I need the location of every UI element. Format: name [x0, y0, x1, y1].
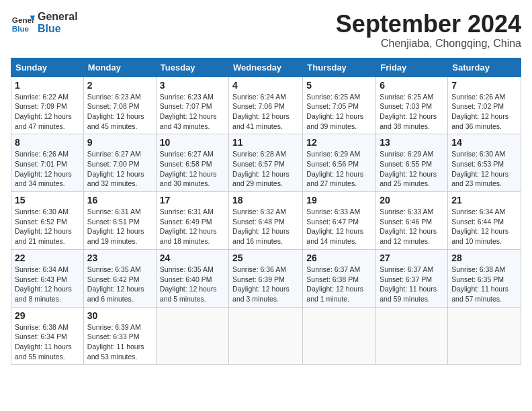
day-number: 4 [232, 80, 299, 91]
day-detail: Sunrise: 6:25 AMSunset: 7:05 PMDaylight:… [306, 93, 363, 130]
day-number: 5 [306, 80, 372, 91]
calendar-day-cell: 23 Sunrise: 6:35 AMSunset: 6:42 PMDaylig… [83, 249, 156, 307]
day-detail: Sunrise: 6:34 AMSunset: 6:44 PMDaylight:… [451, 208, 508, 245]
day-number: 16 [87, 195, 152, 205]
calendar-day-cell: 30 Sunrise: 6:39 AMSunset: 6:33 PMDaylig… [83, 307, 156, 365]
day-number: 24 [160, 253, 225, 263]
calendar-week-row: 22 Sunrise: 6:34 AMSunset: 6:43 PMDaylig… [11, 249, 521, 307]
day-number: 27 [380, 253, 444, 263]
day-detail: Sunrise: 6:29 AMSunset: 6:56 PMDaylight:… [306, 150, 363, 187]
calendar-day-cell: 3 Sunrise: 6:23 AMSunset: 7:07 PMDayligh… [156, 77, 228, 134]
day-detail: Sunrise: 6:39 AMSunset: 6:33 PMDaylight:… [87, 323, 144, 361]
subtitle: Chenjiaba, Chongqing, China [336, 38, 521, 50]
day-number: 9 [87, 137, 152, 148]
day-detail: Sunrise: 6:36 AMSunset: 6:39 PMDaylight:… [232, 265, 290, 303]
day-number: 19 [306, 195, 372, 205]
day-detail: Sunrise: 6:32 AMSunset: 6:48 PMDaylight:… [232, 208, 290, 245]
calendar-day-cell: 22 Sunrise: 6:34 AMSunset: 6:43 PMDaylig… [11, 249, 84, 307]
calendar-day-cell: 9 Sunrise: 6:27 AMSunset: 7:00 PMDayligh… [83, 134, 156, 192]
day-detail: Sunrise: 6:23 AMSunset: 7:08 PMDaylight:… [87, 93, 144, 130]
day-number: 26 [306, 253, 372, 263]
logo-line1: General [38, 11, 78, 23]
day-number: 15 [15, 195, 80, 205]
day-number: 3 [160, 80, 225, 91]
calendar-day-cell: 11 Sunrise: 6:28 AMSunset: 6:57 PMDaylig… [229, 134, 303, 192]
day-number: 21 [451, 195, 517, 205]
day-detail: Sunrise: 6:37 AMSunset: 6:37 PMDaylight:… [380, 265, 437, 303]
logo-line2: Blue [38, 23, 78, 35]
calendar-day-cell: 21 Sunrise: 6:34 AMSunset: 6:44 PMDaylig… [448, 192, 521, 250]
calendar-week-row: 8 Sunrise: 6:26 AMSunset: 7:01 PMDayligh… [11, 134, 521, 192]
calendar-day-cell: 12 Sunrise: 6:29 AMSunset: 6:56 PMDaylig… [303, 134, 376, 192]
day-detail: Sunrise: 6:29 AMSunset: 6:55 PMDaylight:… [380, 150, 437, 187]
day-number: 13 [380, 137, 444, 148]
calendar-body: 1 Sunrise: 6:22 AMSunset: 7:09 PMDayligh… [11, 77, 521, 365]
calendar-day-cell: 18 Sunrise: 6:32 AMSunset: 6:48 PMDaylig… [229, 192, 303, 250]
calendar-day-cell: 16 Sunrise: 6:31 AMSunset: 6:51 PMDaylig… [83, 192, 156, 250]
day-detail: Sunrise: 6:35 AMSunset: 6:40 PMDaylight:… [160, 265, 217, 303]
calendar-day-cell: 13 Sunrise: 6:29 AMSunset: 6:55 PMDaylig… [376, 134, 448, 192]
day-number: 1 [15, 80, 80, 91]
month-title: September 2024 [336, 11, 521, 38]
calendar-header-cell: Tuesday [156, 58, 228, 77]
calendar-day-cell: 28 Sunrise: 6:38 AMSunset: 6:35 PMDaylig… [448, 249, 521, 307]
calendar-header-cell: Saturday [448, 58, 521, 77]
calendar-day-cell: 4 Sunrise: 6:24 AMSunset: 7:06 PMDayligh… [229, 77, 303, 134]
calendar-header-row: SundayMondayTuesdayWednesdayThursdayFrid… [11, 58, 521, 77]
calendar-header-cell: Sunday [11, 58, 84, 77]
calendar-day-cell: 27 Sunrise: 6:37 AMSunset: 6:37 PMDaylig… [376, 249, 448, 307]
calendar-day-cell: 6 Sunrise: 6:25 AMSunset: 7:03 PMDayligh… [376, 77, 448, 134]
day-number: 8 [15, 137, 80, 148]
day-number: 17 [160, 195, 225, 205]
calendar-day-cell: 15 Sunrise: 6:30 AMSunset: 6:52 PMDaylig… [11, 192, 84, 250]
header: General Blue General Blue September 2024… [11, 11, 521, 50]
day-detail: Sunrise: 6:35 AMSunset: 6:42 PMDaylight:… [87, 265, 144, 303]
calendar-day-cell: 17 Sunrise: 6:31 AMSunset: 6:49 PMDaylig… [156, 192, 228, 250]
day-detail: Sunrise: 6:31 AMSunset: 6:51 PMDaylight:… [87, 208, 144, 245]
calendar-day-cell: 2 Sunrise: 6:23 AMSunset: 7:08 PMDayligh… [83, 77, 156, 134]
day-number: 25 [232, 253, 299, 263]
day-number: 28 [451, 253, 517, 263]
calendar-header-cell: Thursday [303, 58, 376, 77]
day-number: 14 [451, 137, 517, 148]
day-detail: Sunrise: 6:33 AMSunset: 6:47 PMDaylight:… [306, 208, 363, 245]
day-detail: Sunrise: 6:38 AMSunset: 6:34 PMDaylight:… [15, 323, 72, 361]
day-detail: Sunrise: 6:34 AMSunset: 6:43 PMDaylight:… [15, 265, 72, 303]
calendar-table: SundayMondayTuesdayWednesdayThursdayFrid… [11, 58, 521, 365]
calendar-day-cell: 26 Sunrise: 6:37 AMSunset: 6:38 PMDaylig… [303, 249, 376, 307]
calendar-day-cell [448, 307, 521, 365]
title-area: September 2024 Chenjiaba, Chongqing, Chi… [336, 11, 521, 50]
calendar-day-cell: 19 Sunrise: 6:33 AMSunset: 6:47 PMDaylig… [303, 192, 376, 250]
day-detail: Sunrise: 6:30 AMSunset: 6:53 PMDaylight:… [451, 150, 508, 187]
day-detail: Sunrise: 6:31 AMSunset: 6:49 PMDaylight:… [160, 208, 217, 245]
calendar-day-cell: 14 Sunrise: 6:30 AMSunset: 6:53 PMDaylig… [448, 134, 521, 192]
day-number: 23 [87, 253, 152, 263]
day-number: 10 [160, 137, 225, 148]
calendar-day-cell [156, 307, 228, 365]
day-detail: Sunrise: 6:26 AMSunset: 7:01 PMDaylight:… [15, 150, 72, 187]
day-detail: Sunrise: 6:27 AMSunset: 6:58 PMDaylight:… [160, 150, 217, 187]
calendar-week-row: 29 Sunrise: 6:38 AMSunset: 6:34 PMDaylig… [11, 307, 521, 365]
day-number: 2 [87, 80, 152, 91]
day-number: 18 [232, 195, 299, 205]
calendar-day-cell: 8 Sunrise: 6:26 AMSunset: 7:01 PMDayligh… [11, 134, 84, 192]
day-number: 11 [232, 137, 299, 148]
day-detail: Sunrise: 6:38 AMSunset: 6:35 PMDaylight:… [451, 265, 508, 303]
calendar-header-cell: Wednesday [229, 58, 303, 77]
day-number: 12 [306, 137, 372, 148]
day-detail: Sunrise: 6:30 AMSunset: 6:52 PMDaylight:… [15, 208, 72, 245]
calendar-day-cell: 20 Sunrise: 6:33 AMSunset: 6:46 PMDaylig… [376, 192, 448, 250]
day-number: 29 [15, 310, 80, 321]
calendar-header-cell: Friday [376, 58, 448, 77]
day-detail: Sunrise: 6:23 AMSunset: 7:07 PMDaylight:… [160, 93, 217, 130]
day-detail: Sunrise: 6:27 AMSunset: 7:00 PMDaylight:… [87, 150, 144, 187]
calendar-day-cell: 25 Sunrise: 6:36 AMSunset: 6:39 PMDaylig… [229, 249, 303, 307]
calendar-day-cell: 1 Sunrise: 6:22 AMSunset: 7:09 PMDayligh… [11, 77, 84, 134]
day-detail: Sunrise: 6:33 AMSunset: 6:46 PMDaylight:… [380, 208, 437, 245]
calendar-day-cell: 24 Sunrise: 6:35 AMSunset: 6:40 PMDaylig… [156, 249, 228, 307]
day-number: 22 [15, 253, 80, 263]
day-detail: Sunrise: 6:26 AMSunset: 7:02 PMDaylight:… [451, 93, 508, 130]
day-detail: Sunrise: 6:24 AMSunset: 7:06 PMDaylight:… [232, 93, 290, 130]
calendar-day-cell [376, 307, 448, 365]
day-number: 30 [87, 310, 152, 321]
